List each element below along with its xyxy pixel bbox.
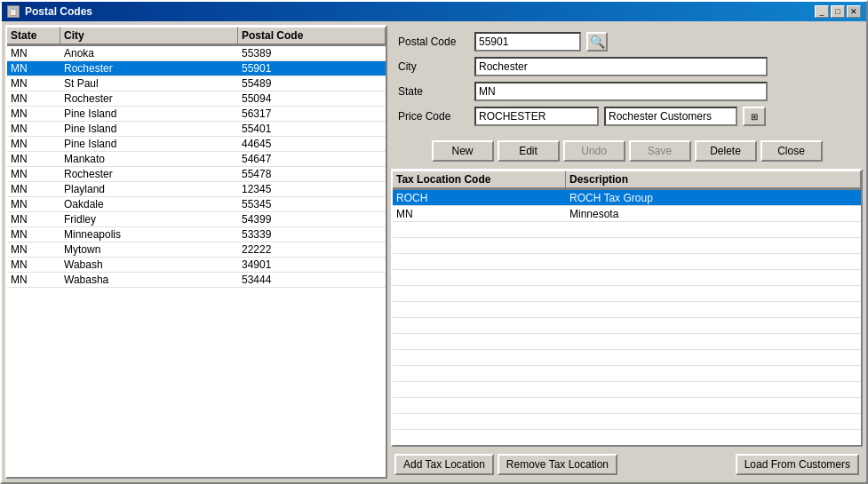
tax-empty-row: [393, 350, 861, 366]
city-cell: Rochester: [60, 167, 238, 181]
table-row[interactable]: MNPlayland12345: [7, 182, 386, 197]
state-cell: MN: [7, 197, 60, 211]
tax-location-code-header: Tax Location Code: [393, 171, 566, 189]
table-row[interactable]: MNPine Island44645: [7, 137, 386, 152]
tax-empty-row: [393, 430, 861, 445]
title-bar-text: 📋 Postal Codes: [7, 5, 92, 18]
city-input[interactable]: [474, 57, 768, 76]
postal-cell: 54647: [238, 152, 386, 166]
undo-button[interactable]: Undo: [563, 140, 625, 162]
tax-row[interactable]: ROCHROCH Tax Group: [393, 190, 861, 206]
price-lookup-button[interactable]: ⊞: [743, 107, 766, 126]
table-row[interactable]: MNMytown22222: [7, 242, 386, 258]
add-tax-location-button[interactable]: Add Tax Location: [394, 454, 494, 475]
tax-empty-row: [393, 222, 861, 238]
tax-empty-row: [393, 318, 861, 334]
table-row[interactable]: MNMankato54647: [7, 152, 386, 167]
tax-description-header: Description: [566, 171, 861, 189]
remove-tax-location-button[interactable]: Remove Tax Location: [498, 454, 617, 475]
tax-empty-row: [393, 414, 861, 430]
city-cell: Rochester: [60, 91, 238, 106]
table-row[interactable]: MNRochester55094: [7, 91, 386, 107]
table-row[interactable]: MNOakdale55345: [7, 197, 386, 212]
postal-cell: 55901: [238, 61, 386, 75]
table-row[interactable]: MNWabasha53444: [7, 273, 386, 288]
tax-empty-row: [393, 270, 861, 286]
maximize-button[interactable]: □: [831, 5, 845, 18]
state-cell: MN: [7, 91, 60, 106]
city-label: City: [398, 60, 469, 73]
postal-cell: 55345: [238, 197, 386, 211]
city-cell: Minneapolis: [60, 227, 238, 242]
city-cell: Pine Island: [60, 137, 238, 151]
state-cell: MN: [7, 137, 60, 151]
table-row[interactable]: MNFridley54399: [7, 212, 386, 227]
postal-cell: 53444: [238, 273, 386, 287]
city-cell: Fridley: [60, 212, 238, 226]
postal-cell: 55478: [238, 167, 386, 181]
city-column-header: City: [60, 27, 238, 45]
tax-empty-row: [393, 382, 861, 398]
state-cell: MN: [7, 107, 60, 121]
table-row[interactable]: MNRochester55478: [7, 167, 386, 182]
postal-search-button[interactable]: 🔍: [586, 32, 608, 52]
postal-cell: 55094: [238, 91, 386, 106]
postal-code-table-body[interactable]: MNAnoka55389MNRochester55901MNSt Paul554…: [7, 46, 386, 477]
tax-empty-row: [393, 254, 861, 270]
table-row[interactable]: MNWabash34901: [7, 258, 386, 273]
postal-cell: 56317: [238, 107, 386, 121]
edit-button[interactable]: Edit: [498, 140, 560, 162]
state-cell: MN: [7, 242, 60, 257]
load-from-customers-button[interactable]: Load From Customers: [736, 454, 859, 475]
tax-empty-row: [393, 398, 861, 414]
city-cell: Mytown: [60, 242, 238, 257]
save-button[interactable]: Save: [629, 140, 691, 162]
tax-description-cell: ROCH Tax Group: [566, 191, 861, 205]
close-button[interactable]: Close: [760, 140, 823, 162]
state-cell: MN: [7, 212, 60, 226]
tax-empty-row: [393, 366, 861, 382]
price-code-input[interactable]: [474, 107, 599, 126]
table-row[interactable]: MNPine Island55401: [7, 122, 386, 137]
minimize-button[interactable]: _: [815, 5, 829, 18]
delete-button[interactable]: Delete: [695, 140, 757, 162]
right-panel: Postal Code 🔍 City State Price Code ⊞: [391, 25, 863, 479]
state-input[interactable]: [474, 82, 768, 101]
city-cell: Wabasha: [60, 273, 238, 287]
window-title: Postal Codes: [25, 5, 92, 18]
city-cell: Oakdale: [60, 197, 238, 211]
title-bar: 📋 Postal Codes _ □ ✕: [2, 2, 866, 21]
price-code-name-input[interactable]: [604, 107, 737, 126]
postal-cell: 22222: [238, 242, 386, 257]
city-cell: Rochester: [60, 61, 238, 75]
city-row: City: [398, 57, 856, 76]
table-row[interactable]: MNMinneapolis53339: [7, 227, 386, 242]
postal-code-label: Postal Code: [398, 36, 469, 48]
price-code-label: Price Code: [398, 110, 469, 123]
tax-empty-row: [393, 334, 861, 350]
city-cell: Pine Island: [60, 122, 238, 136]
tax-location-section: Tax Location Code Description ROCHROCH T…: [391, 169, 863, 447]
state-cell: MN: [7, 122, 60, 136]
postal-cell: 34901: [238, 258, 386, 272]
tax-empty-row: [393, 238, 861, 254]
table-row[interactable]: MNSt Paul55489: [7, 76, 386, 91]
state-column-header: State: [7, 27, 60, 45]
table-row[interactable]: MNAnoka55389: [7, 46, 386, 61]
postal-code-input[interactable]: [474, 32, 581, 52]
table-header: State City Postal Code: [7, 27, 386, 46]
tax-table-body[interactable]: ROCHROCH Tax GroupMNMinnesota: [393, 190, 861, 445]
table-row[interactable]: MNPine Island56317: [7, 107, 386, 122]
state-cell: MN: [7, 182, 60, 196]
state-cell: MN: [7, 76, 60, 91]
postal-code-list-panel: State City Postal Code MNAnoka55389MNRoc…: [5, 25, 387, 479]
city-cell: Anoka: [60, 46, 238, 60]
close-window-button[interactable]: ✕: [847, 5, 861, 18]
bottom-buttons: Add Tax Location Remove Tax Location Loa…: [391, 450, 863, 479]
title-bar-controls: _ □ ✕: [815, 5, 861, 18]
tax-row[interactable]: MNMinnesota: [393, 206, 861, 222]
new-button[interactable]: New: [432, 140, 494, 162]
table-row[interactable]: MNRochester55901: [7, 61, 386, 76]
postal-cell: 53339: [238, 227, 386, 242]
action-buttons: New Edit Undo Save Delete Close: [391, 137, 863, 165]
